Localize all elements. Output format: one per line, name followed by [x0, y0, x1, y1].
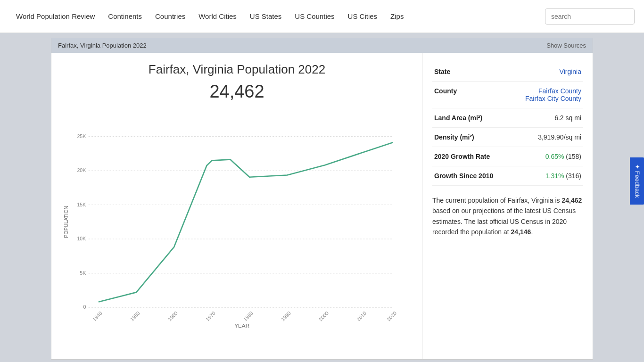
population-chart: POPULATION 0 5K 10K 15K 20K	[61, 111, 413, 328]
nav-countries[interactable]: Countries	[149, 8, 192, 24]
chart-title: Fairfax, Virginia Population 2022	[61, 62, 413, 77]
land-area-row: Land Area (mi²) 6.2 sq mi	[432, 108, 583, 128]
growth-2020-row: 2020 Growth Rate 0.65% (158)	[432, 147, 583, 166]
nav-continents[interactable]: Continents	[101, 8, 149, 24]
desc-middle: based on our projections of the latest U…	[432, 207, 576, 236]
growth-2020-pct: 0.65%	[545, 153, 564, 160]
svg-text:1970: 1970	[205, 310, 216, 322]
description-text: The current population of Fairfax, Virgi…	[432, 195, 583, 238]
state-value: Virginia	[515, 62, 583, 82]
info-table: State Virginia County Fairfax County Fai…	[432, 62, 583, 186]
svg-text:20K: 20K	[77, 167, 86, 173]
svg-text:1980: 1980	[242, 310, 254, 322]
page-card: Fairfax, Virginia Population 2022 Show S…	[51, 38, 593, 360]
population-line	[99, 142, 393, 302]
svg-text:1940: 1940	[91, 310, 103, 322]
feedback-label: ✦ Feedback	[634, 164, 641, 198]
state-label: State	[432, 62, 515, 82]
nav-zips[interactable]: Zips	[384, 8, 410, 24]
county-value: Fairfax County Fairfax City County	[515, 82, 583, 108]
growth-2010-label: Growth Since 2010	[432, 166, 515, 186]
nav-brand[interactable]: World Population Review	[9, 8, 101, 24]
page-card-title: Fairfax, Virginia Population 2022	[58, 42, 147, 49]
county-row: County Fairfax County Fairfax City Count…	[432, 82, 583, 108]
density-label: Density (mi²)	[432, 128, 515, 147]
info-panel: State Virginia County Fairfax County Fai…	[423, 53, 593, 359]
growth-2010-pct: 1.31%	[545, 172, 564, 180]
svg-text:25K: 25K	[77, 133, 86, 139]
chart-container: POPULATION 0 5K 10K 15K 20K	[61, 111, 413, 329]
svg-text:0: 0	[83, 304, 86, 310]
svg-text:2020: 2020	[386, 310, 397, 322]
nav-world-cities[interactable]: World Cities	[192, 8, 243, 24]
nav-us-counties[interactable]: US Counties	[288, 8, 341, 24]
chart-area: Fairfax, Virginia Population 2022 24,462…	[51, 53, 423, 359]
growth-2020-label: 2020 Growth Rate	[432, 147, 515, 166]
land-area-value: 6.2 sq mi	[515, 108, 583, 128]
chart-population: 24,462	[61, 82, 413, 102]
nav-us-cities[interactable]: US Cities	[341, 8, 384, 24]
desc-census-bold: 24,146	[511, 228, 531, 236]
county-label: County	[432, 82, 515, 108]
growth-2010-value: 1.31% (316)	[515, 166, 583, 186]
growth-2020-value: 0.65% (158)	[515, 147, 583, 166]
svg-text:5K: 5K	[80, 270, 86, 276]
main-layout: Fairfax, Virginia Population 2022 24,462…	[51, 53, 593, 359]
nav-us-states[interactable]: US States	[243, 8, 289, 24]
svg-text:1990: 1990	[280, 310, 292, 322]
content-outer: Fairfax, Virginia Population 2022 Show S…	[51, 33, 593, 362]
county-link-1[interactable]: Fairfax County	[538, 87, 581, 95]
svg-text:YEAR: YEAR	[234, 322, 249, 328]
density-value: 3,919.90/sq mi	[515, 128, 583, 147]
desc-end: .	[531, 228, 533, 236]
navigation: World Population Review Continents Count…	[0, 0, 644, 33]
nav-links: World Population Review Continents Count…	[9, 8, 545, 24]
desc-before: The current population of Fairfax, Virgi…	[432, 197, 561, 204]
svg-text:2010: 2010	[355, 310, 367, 322]
land-area-label: Land Area (mi²)	[432, 108, 515, 128]
county-link-2[interactable]: Fairfax City County	[525, 95, 581, 102]
growth-2010-extra: (316)	[566, 172, 581, 180]
state-row: State Virginia	[432, 62, 583, 82]
growth-2010-row: Growth Since 2010 1.31% (316)	[432, 166, 583, 186]
growth-2020-extra: (158)	[566, 153, 581, 160]
search-input[interactable]	[545, 8, 635, 25]
feedback-tab[interactable]: ✦ Feedback	[630, 157, 644, 205]
desc-pop-bold: 24,462	[561, 197, 582, 204]
svg-text:2000: 2000	[318, 310, 330, 322]
page-card-header: Fairfax, Virginia Population 2022 Show S…	[51, 38, 593, 53]
svg-text:10K: 10K	[77, 236, 86, 241]
svg-text:15K: 15K	[77, 202, 86, 207]
show-sources-button[interactable]: Show Sources	[546, 42, 586, 49]
state-link[interactable]: Virginia	[560, 68, 581, 75]
y-axis-label: POPULATION	[63, 206, 69, 238]
svg-text:1950: 1950	[129, 310, 141, 322]
density-row: Density (mi²) 3,919.90/sq mi	[432, 128, 583, 147]
svg-text:1960: 1960	[167, 310, 179, 322]
